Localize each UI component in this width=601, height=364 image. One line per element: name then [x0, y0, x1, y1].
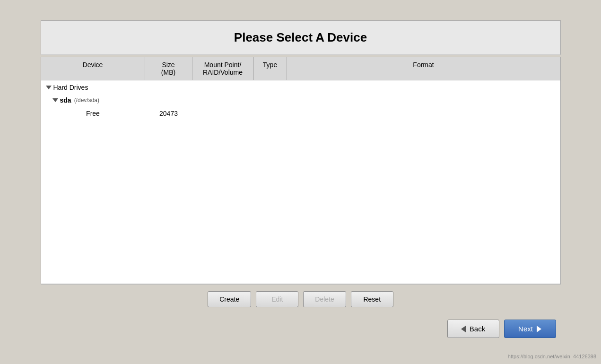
- table-header: Device Size(MB) Mount Point/RAID/Volume …: [41, 57, 560, 80]
- device-table: Device Size(MB) Mount Point/RAID/Volume …: [41, 57, 561, 284]
- title-section: Please Select A Device: [41, 20, 561, 55]
- next-arrow-icon: [537, 326, 541, 332]
- watermark: https://blog.csdn.net/weixin_44126398: [508, 354, 596, 359]
- hard-drives-expand-icon[interactable]: [46, 86, 52, 89]
- free-label: Free: [86, 110, 100, 117]
- free-size: 20473: [159, 110, 178, 117]
- free-size-cell: 20473: [145, 108, 192, 119]
- free-row[interactable]: Free 20473: [41, 106, 560, 121]
- next-button[interactable]: Next: [504, 320, 556, 338]
- delete-button[interactable]: Delete: [303, 291, 346, 307]
- page-title: Please Select A Device: [51, 30, 551, 45]
- edit-button[interactable]: Edit: [256, 291, 298, 307]
- col-header-format: Format: [287, 57, 560, 80]
- back-arrow-icon: [461, 326, 466, 332]
- hard-drives-label: Hard Drives: [53, 84, 88, 91]
- create-button[interactable]: Create: [208, 291, 251, 307]
- back-label: Back: [470, 325, 485, 333]
- hard-drives-row[interactable]: Hard Drives: [41, 80, 560, 95]
- col-header-type: Type: [254, 57, 287, 80]
- col-header-mount: Mount Point/RAID/Volume: [192, 57, 254, 80]
- col-header-size: Size(MB): [145, 57, 192, 80]
- next-label: Next: [518, 325, 533, 333]
- sda-label: sda: [60, 96, 71, 104]
- reset-button[interactable]: Reset: [351, 291, 393, 307]
- free-device-cell: Free: [41, 108, 145, 119]
- sda-path: (/dev/sda): [74, 97, 99, 104]
- toolbar: Create Edit Delete Reset: [41, 284, 561, 314]
- col-header-device: Device: [41, 57, 145, 80]
- back-button[interactable]: Back: [447, 320, 499, 338]
- navigation: Back Next: [41, 314, 561, 344]
- sda-row[interactable]: sda (/dev/sda): [41, 95, 560, 106]
- sda-expand-icon[interactable]: [52, 98, 58, 102]
- table-body: Hard Drives sda (/dev/sda) Free 20473: [41, 80, 560, 284]
